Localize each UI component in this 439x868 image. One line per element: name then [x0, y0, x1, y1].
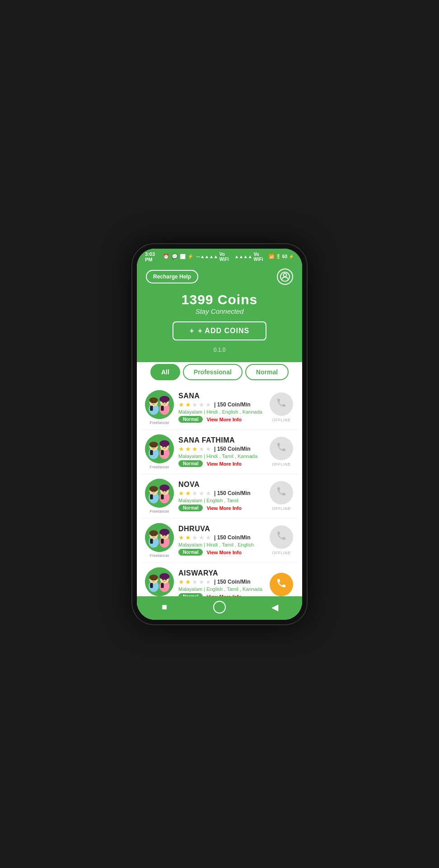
battery-level: 60 [282, 254, 287, 259]
call-button[interactable] [270, 573, 293, 596]
call-button[interactable] [270, 481, 293, 505]
hero-section: 1399 Coins Stay Connected + + ADD COINS … [137, 288, 302, 362]
star-4: ★ [199, 401, 205, 408]
signal-icon: ▲▲▲▲ [200, 254, 218, 259]
coin-rate: | 150 Coin/Min [214, 534, 251, 541]
star-4: ★ [199, 490, 205, 497]
whatsapp-icon: 💬 [172, 254, 178, 259]
tag-normal: Normal [178, 549, 203, 556]
star-3: ★ [192, 534, 198, 541]
avatar [145, 390, 174, 419]
svg-point-51 [165, 534, 167, 536]
star-5: ★ [205, 445, 211, 453]
star-3: ★ [192, 490, 198, 497]
star-3: ★ [192, 445, 198, 453]
lang-row: Malayalam | English , Tamil , Kannada [178, 586, 264, 592]
svg-rect-40 [161, 494, 163, 499]
star-4: ★ [199, 534, 205, 541]
star-2: ★ [185, 534, 191, 541]
svg-point-46 [154, 534, 156, 536]
call-btn-wrap [269, 573, 294, 596]
coin-rate: | 150 Coin/Min [214, 446, 251, 452]
parking-icon: 🅿 [180, 254, 185, 259]
consultant-info: NOVA ★★★★★ | 150 Coin/Min Malayalam | En… [178, 481, 264, 511]
add-coins-button[interactable]: + + ADD COINS [173, 321, 266, 340]
offline-status: OFFLINE [272, 551, 291, 555]
tab-all[interactable]: All [150, 364, 180, 380]
call-button[interactable] [270, 392, 293, 416]
signal2-icon: ▲▲▲▲ [234, 254, 252, 259]
coin-rate: | 150 Coin/Min [214, 401, 251, 408]
tag-normal: Normal [178, 505, 203, 511]
consultant-info: SANA ★★★★★ | 150 Coin/Min Malayalam | Hi… [178, 392, 264, 423]
stars: ★★★★★ [178, 534, 211, 541]
profile-icon[interactable] [277, 269, 293, 285]
svg-rect-65 [150, 583, 153, 588]
consultant-info: AISWARYA ★★★★★ | 150 Coin/Min Malayalam … [178, 569, 264, 596]
svg-point-20 [154, 446, 156, 447]
lang-row: Malayalam | Hindi , Tamil , Kannada [178, 453, 264, 459]
tab-professional[interactable]: Professional [183, 364, 243, 380]
consultant-card: Freelancer AISWARYA ★★★★★ | 150 Coin/Min… [141, 563, 298, 596]
offline-status: OFFLINE [272, 418, 291, 422]
star-3: ★ [192, 578, 198, 585]
freelancer-label: Freelancer [149, 553, 169, 558]
star-1: ★ [178, 490, 184, 497]
phone-icon [276, 486, 287, 500]
svg-point-50 [162, 534, 163, 536]
star-2: ★ [185, 490, 191, 497]
svg-point-6 [151, 401, 153, 403]
tab-normal[interactable]: Normal [245, 364, 289, 380]
star-2: ★ [185, 445, 191, 453]
svg-point-36 [159, 484, 169, 491]
view-more-link[interactable]: View More Info [206, 550, 241, 555]
star-2: ★ [185, 578, 191, 585]
consultant-info: DHRUVA ★★★★★ | 150 Coin/Min Malayalam | … [178, 525, 264, 556]
svg-point-0 [283, 273, 286, 276]
svg-rect-27 [161, 450, 163, 455]
coin-rate: | 150 Coin/Min [214, 579, 251, 585]
tag-row: Normal View More Info [178, 505, 264, 511]
offline-status: OFFLINE [272, 462, 291, 467]
svg-point-15 [145, 434, 174, 463]
star-1: ★ [178, 401, 184, 408]
view-more-link[interactable]: View More Info [206, 505, 241, 511]
tag-normal: Normal [178, 416, 203, 423]
call-btn-wrap: OFFLINE [269, 392, 294, 422]
nav-back[interactable]: ◀ [268, 601, 281, 613]
svg-point-63 [162, 579, 163, 580]
freelancer-label: Freelancer [149, 420, 169, 425]
svg-point-25 [165, 446, 167, 447]
phone-icon [276, 530, 287, 544]
consultant-name: SANA [178, 392, 264, 400]
view-more-link[interactable]: View More Info [206, 417, 241, 422]
phone-icon [276, 578, 287, 591]
star-2: ★ [185, 401, 191, 408]
coin-amount: 1399 Coins [146, 292, 293, 307]
svg-point-44 [149, 530, 158, 536]
flash-icon: ⚡ [187, 254, 194, 259]
tag-normal: Normal [178, 460, 203, 467]
svg-point-7 [154, 401, 156, 403]
svg-point-19 [151, 446, 153, 447]
call-button[interactable] [270, 437, 293, 460]
status-bar: 3:03 PM ⏰ 💬 🅿 ⚡ ··· ▲▲▲▲ Vo WiFi ▲▲▲▲ Vo… [137, 249, 302, 264]
svg-point-54 [145, 567, 174, 596]
status-left: 3:03 PM ⏰ 💬 🅿 ⚡ ··· [145, 251, 200, 262]
call-button[interactable] [270, 525, 293, 549]
recharge-help-button[interactable]: Recharge Help [146, 270, 198, 283]
phone-frame: 3:03 PM ⏰ 💬 🅿 ⚡ ··· ▲▲▲▲ Vo WiFi ▲▲▲▲ Vo… [131, 243, 308, 625]
rating-row: ★★★★★ | 150 Coin/Min [178, 490, 264, 497]
lang-row: Malayalam | Hindi , English , Kannada [178, 409, 264, 415]
stars: ★★★★★ [178, 401, 211, 408]
svg-point-41 [145, 523, 174, 552]
nav-stop[interactable]: ■ [158, 601, 171, 613]
avatar-wrap: Freelancer [145, 390, 174, 425]
freelancer-label: Freelancer [149, 465, 169, 469]
svg-rect-52 [150, 538, 153, 543]
svg-rect-13 [150, 406, 153, 410]
view-more-link[interactable]: View More Info [206, 461, 241, 467]
status-right: ▲▲▲▲ Vo WiFi ▲▲▲▲ Vo WiFi 📶 🔋 60 ⚡ [200, 252, 294, 262]
rating-row: ★★★★★ | 150 Coin/Min [178, 578, 264, 585]
nav-home[interactable] [213, 601, 226, 613]
